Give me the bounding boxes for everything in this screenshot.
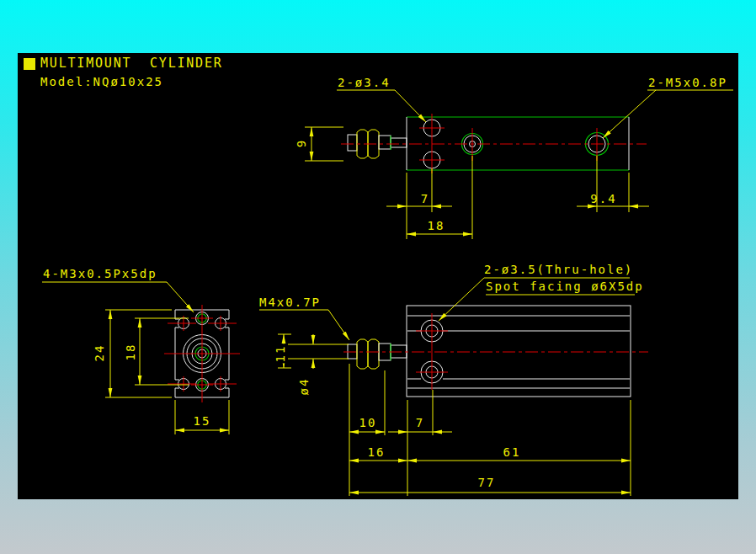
dim-rod-dia: ø4 (298, 378, 311, 396)
model-number: Model:NQø10x25 (40, 76, 163, 88)
dim-hole-offset-front: 7 (416, 417, 424, 429)
dim-body-width: 15 (194, 415, 211, 428)
dim-rod-total: 16 (368, 446, 386, 459)
dim-rod-front: 10 (359, 417, 377, 429)
label-thru-hole: 2-ø3.5(Thru-hole) (484, 264, 633, 276)
dim-body-height: 24 (93, 344, 106, 362)
label-top-holes: 2-ø3.4 (338, 77, 391, 89)
dim-body-length: 61 (503, 446, 521, 459)
rod-nut (357, 339, 368, 369)
dim-tap-span: 18 (125, 344, 137, 361)
top-view (305, 90, 733, 239)
rod-nut (368, 339, 379, 369)
dim-overall-length: 77 (478, 477, 496, 489)
dim-hole-offset-top: 7 (421, 193, 429, 205)
front-view (259, 278, 648, 496)
dim-rod-width: 9 (295, 139, 308, 147)
label-spot-facing: Spot facing ø6X5dp (486, 280, 644, 293)
label-tapped-holes: 4-M3x0.5Px5dp (43, 268, 157, 280)
cad-viewport: MULTIMOUNT CYLINDER Model:NQø10x25 2-ø3.… (0, 0, 756, 554)
dim-port-center: 18 (428, 220, 445, 232)
dim-nut-width: 11 (274, 344, 287, 364)
label-rod-thread: M4x0.7P (259, 296, 321, 309)
dim-port-right: 9.4 (590, 193, 616, 205)
drawing-title: MULTIMOUNT CYLINDER (40, 57, 223, 70)
label-top-ports: 2-M5x0.8P (648, 77, 727, 89)
end-view (42, 282, 240, 434)
legend-square-icon (24, 58, 35, 70)
